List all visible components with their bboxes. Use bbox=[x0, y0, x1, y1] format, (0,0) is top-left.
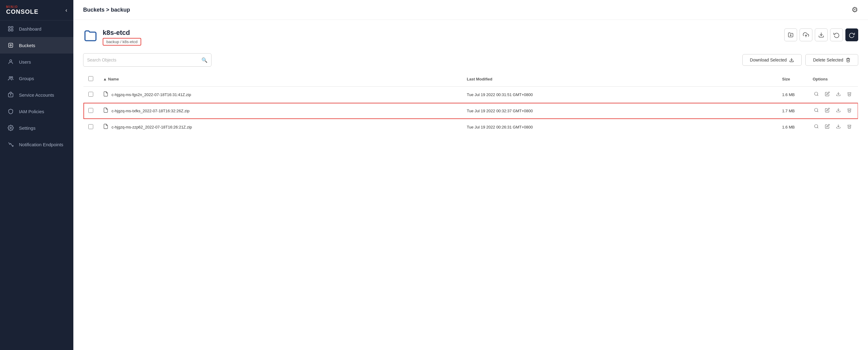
logo: MIN|O CONSOLE bbox=[6, 5, 38, 15]
row-name-cell: c-hjgzq-ms-fgs2n_2022-07-18T16:31:41Z.zi… bbox=[98, 87, 462, 103]
row-name-cell: c-hjgzq-ms-zzp62_2022-07-18T16:26:21Z.zi… bbox=[98, 119, 462, 135]
row-size-cell: 1.6 MB bbox=[777, 87, 808, 103]
sidebar-item-service-accounts-label: Service Accounts bbox=[19, 92, 54, 97]
table-row: c-hjgzq-ms-fgs2n_2022-07-18T16:31:41Z.zi… bbox=[84, 87, 858, 103]
objects-table: ▲ Name Last Modified Size Options bbox=[83, 71, 858, 135]
svg-point-11 bbox=[10, 94, 11, 95]
svg-point-20 bbox=[814, 108, 818, 112]
row-checkbox-cell bbox=[84, 119, 98, 135]
sidebar-toggle-button[interactable]: ‹ bbox=[65, 7, 67, 13]
row-preview-button[interactable] bbox=[813, 123, 820, 130]
table-row: c-hjgzq-ms-zzp62_2022-07-18T16:26:21Z.zi… bbox=[84, 119, 858, 135]
table-row: c-hjgzq-ms-txfks_2022-07-18T16:32:26Z.zi… bbox=[84, 103, 858, 119]
row-options-cell bbox=[808, 87, 858, 103]
svg-point-17 bbox=[814, 92, 818, 95]
svg-point-12 bbox=[10, 127, 11, 129]
row-filename: c-hjgzq-ms-fgs2n_2022-07-18T16:31:41Z.zi… bbox=[112, 92, 191, 97]
row-options-cell bbox=[808, 103, 858, 119]
select-all-checkbox[interactable] bbox=[88, 76, 93, 81]
svg-line-24 bbox=[817, 127, 818, 128]
col-header-options: Options bbox=[808, 72, 858, 87]
refresh-button[interactable] bbox=[845, 28, 858, 41]
row-modified-cell: Tue Jul 19 2022 00:32:37 GMT+0800 bbox=[462, 103, 777, 119]
row-preview-button[interactable] bbox=[813, 91, 820, 98]
sidebar-item-buckets[interactable]: Buckets bbox=[0, 37, 73, 54]
svg-point-7 bbox=[9, 77, 11, 78]
svg-rect-4 bbox=[8, 43, 12, 47]
action-buttons: Download Selected Delete Selected bbox=[742, 54, 858, 66]
search-wrapper: 🔍 bbox=[83, 53, 212, 67]
svg-rect-2 bbox=[8, 29, 10, 31]
row-checkbox-cell bbox=[84, 103, 98, 119]
row-checkbox[interactable] bbox=[88, 92, 93, 97]
sidebar-item-groups-label: Groups bbox=[19, 76, 34, 81]
user-icon bbox=[7, 58, 14, 65]
row-modified-cell: Tue Jul 19 2022 00:26:31 GMT+0800 bbox=[462, 119, 777, 135]
folder-name-group: k8s-etcd backup / k8s-etcd bbox=[103, 29, 141, 46]
svg-point-5 bbox=[10, 45, 11, 46]
settings-gear-icon[interactable]: ⚙ bbox=[851, 5, 858, 14]
row-size-cell: 1.7 MB bbox=[777, 103, 808, 119]
delete-selected-label: Delete Selected bbox=[813, 58, 843, 62]
table-header-row: ▲ Name Last Modified Size Options bbox=[84, 72, 858, 87]
sidebar-item-buckets-label: Buckets bbox=[19, 43, 35, 48]
svg-point-6 bbox=[10, 60, 12, 62]
groups-icon bbox=[7, 75, 14, 82]
upload-button[interactable] bbox=[800, 28, 812, 41]
svg-point-23 bbox=[814, 124, 818, 128]
topbar: Buckets > backup ⚙ bbox=[73, 0, 868, 20]
svg-line-18 bbox=[817, 95, 818, 96]
svg-point-13 bbox=[12, 145, 13, 146]
sidebar-item-dashboard[interactable]: Dashboard bbox=[0, 21, 73, 37]
service-accounts-icon bbox=[7, 91, 14, 98]
folder-info: k8s-etcd backup / k8s-etcd bbox=[83, 28, 141, 46]
sidebar-item-iam-label: IAM Policies bbox=[19, 109, 44, 114]
download-selected-button[interactable]: Download Selected bbox=[742, 54, 802, 66]
folder-name: k8s-etcd bbox=[103, 29, 141, 37]
row-edit-button[interactable] bbox=[824, 91, 831, 98]
sidebar-item-groups[interactable]: Groups bbox=[0, 70, 73, 87]
rewind-button[interactable] bbox=[830, 28, 843, 41]
row-size-cell: 1.6 MB bbox=[777, 119, 808, 135]
sidebar-item-users[interactable]: Users bbox=[0, 54, 73, 70]
row-preview-button[interactable] bbox=[813, 107, 820, 114]
row-download-button[interactable] bbox=[835, 123, 842, 130]
file-icon bbox=[103, 91, 108, 98]
search-icon: 🔍 bbox=[202, 57, 208, 63]
row-edit-button[interactable] bbox=[824, 107, 831, 114]
sidebar-item-notification-endpoints[interactable]: Notification Endpoints bbox=[0, 136, 73, 153]
row-checkbox[interactable] bbox=[88, 108, 93, 113]
sidebar-item-settings-label: Settings bbox=[19, 125, 35, 130]
row-edit-button[interactable] bbox=[824, 123, 831, 130]
content-area: k8s-etcd backup / k8s-etcd bbox=[73, 20, 868, 350]
sidebar-item-settings[interactable]: Settings bbox=[0, 120, 73, 136]
row-modified-cell: Tue Jul 19 2022 00:31:51 GMT+0800 bbox=[462, 87, 777, 103]
file-icon bbox=[103, 107, 108, 114]
row-delete-button[interactable] bbox=[846, 91, 853, 98]
row-options-cell bbox=[808, 119, 858, 135]
bucket-icon bbox=[7, 42, 14, 49]
sort-name-icon: ▲ bbox=[103, 77, 107, 81]
shield-icon bbox=[7, 108, 14, 115]
folder-path: backup / k8s-etcd bbox=[103, 38, 141, 46]
folder-action-buttons bbox=[784, 28, 858, 41]
dashboard-icon bbox=[7, 25, 14, 32]
sidebar-item-iam-policies[interactable]: IAM Policies bbox=[0, 103, 73, 120]
col-header-checkbox bbox=[84, 72, 98, 87]
delete-selected-button[interactable]: Delete Selected bbox=[805, 54, 858, 66]
row-delete-button[interactable] bbox=[846, 123, 853, 130]
row-delete-button[interactable] bbox=[846, 107, 853, 114]
sidebar: MIN|O CONSOLE ‹ Dashboard Buckets Users … bbox=[0, 0, 73, 350]
row-download-button[interactable] bbox=[835, 91, 842, 98]
svg-rect-0 bbox=[8, 27, 10, 28]
folder-icon bbox=[83, 28, 98, 46]
download-button[interactable] bbox=[815, 28, 828, 41]
settings-icon bbox=[7, 124, 14, 131]
svg-point-8 bbox=[11, 77, 13, 78]
sidebar-item-service-accounts[interactable]: Service Accounts bbox=[0, 87, 73, 103]
search-input[interactable] bbox=[87, 58, 202, 62]
row-download-button[interactable] bbox=[835, 107, 842, 114]
col-header-name[interactable]: ▲ Name bbox=[98, 72, 462, 87]
row-checkbox[interactable] bbox=[88, 124, 93, 129]
upload-folder-button[interactable] bbox=[784, 28, 797, 41]
